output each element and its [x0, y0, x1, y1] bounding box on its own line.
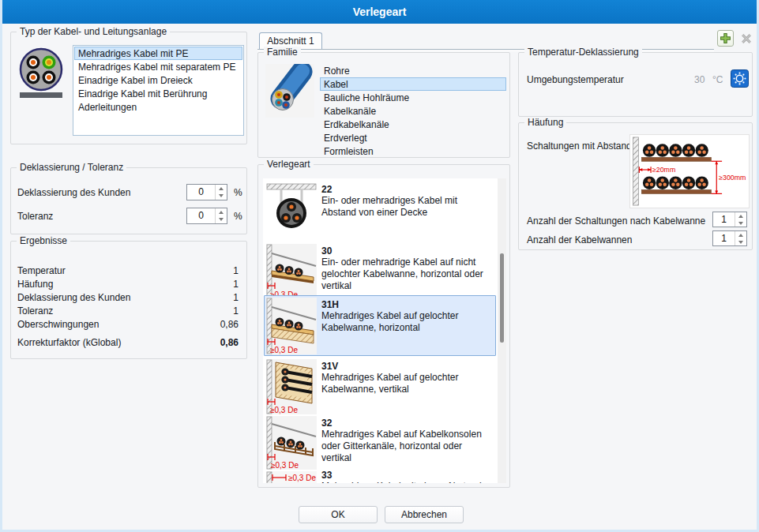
toleranz-spinner: 0 — [186, 208, 227, 224]
list-item-familie[interactable]: Erdkabelkanäle — [320, 118, 506, 131]
anzahl-schaltungen-spinner: 1 — [712, 212, 747, 227]
list-item-familie[interactable]: Kabelkanäle — [320, 104, 506, 118]
verlegeart-item-33[interactable]: ≥0,3 De 33 Mehradriges Kabel mit einem A… — [265, 470, 494, 483]
result-value: 1 — [233, 305, 239, 317]
result-value: 1 — [233, 265, 239, 276]
verlegeart-code: 22 — [321, 184, 492, 195]
verlegeart-scrollbar[interactable] — [498, 178, 506, 483]
anzahl-kabelwannen-value[interactable]: 1 — [713, 231, 735, 245]
cable-cross-section-icon — [17, 47, 66, 100]
verlegeart-code: 33 — [321, 470, 492, 481]
dimension-label: ≥0,3 De — [271, 461, 299, 470]
cable-type-group-title: Typ der Kabel- und Leitungsanlage — [17, 26, 170, 37]
anzahl-kabelwannen-label: Anzahl der Kabelwannen — [527, 234, 632, 245]
deklassierung-kunde-label: Deklassierung des Kunden — [17, 187, 130, 198]
cable-type-group: Typ der Kabel- und Leitungsanlage Mehrad… — [10, 32, 247, 144]
temperature-value: 30 — [694, 74, 705, 85]
toleranz-label: Toleranz — [17, 211, 53, 222]
verlegeart-item-32[interactable]: ≥0,3 De 32 Mehradriges Kabel auf Kabelko… — [265, 414, 494, 470]
percent-unit: % — [234, 187, 242, 198]
spinner-up-button[interactable] — [735, 231, 746, 238]
verlegeart-list: 22 Ein- oder mehradriges Kabel mit Absta… — [263, 178, 506, 483]
spinner-up-button[interactable] — [735, 212, 746, 219]
list-item-cable-type[interactable]: Mehradriges Kabel mit separatem PE — [74, 60, 242, 73]
result-row-kglobal: Korrekturfaktor (kGlobal) 0,86 — [17, 337, 239, 348]
tray-perforated-vertical-icon: ≥0,3 De — [266, 359, 317, 414]
verlegeart-item-22[interactable]: 22 Ein- oder mehradriges Kabel mit Absta… — [265, 181, 494, 241]
deklassierung-kunde-spinner: 0 — [186, 184, 227, 200]
spinner-up-button[interactable] — [216, 208, 227, 216]
wall-spacing-icon: ≥0,3 De — [266, 471, 317, 483]
list-item-familie[interactable]: Kabel — [320, 77, 506, 91]
result-row: Oberschwingungen 0,86 — [17, 319, 239, 330]
familie-group: Familie Rohre Kabel Bauliche Hohlräume K… — [257, 52, 510, 158]
result-value: 0,86 — [220, 319, 239, 330]
spinner-down-button[interactable] — [216, 216, 227, 224]
list-item-familie[interactable]: Bauliche Hohlräume — [320, 91, 506, 104]
spinner-up-button[interactable] — [216, 185, 227, 193]
list-item-cable-type[interactable]: Mehradriges Kabel mit PE — [74, 47, 242, 60]
result-row: Toleranz 1 — [17, 305, 239, 317]
scrollbar-thumb[interactable] — [500, 253, 504, 343]
ok-button[interactable]: OK — [299, 506, 378, 523]
list-item-cable-type[interactable]: Einadrige Kabel mit Berührung — [74, 87, 242, 100]
verlegeart-item-31v[interactable]: ≥0,3 De 31V Mehradriges Kabel auf geloch… — [265, 358, 494, 414]
haeufung-group: Häufung Schaltungen mit Abstand — [518, 122, 753, 250]
verlegeart-code: 32 — [321, 418, 492, 429]
verlegeart-item-31h-selected[interactable]: ≥0,3 De 31H Mehradriges Kabel auf geloch… — [264, 295, 496, 356]
dim-20mm-label: ≥20mm — [652, 166, 675, 174]
list-item-cable-type[interactable]: Aderleitungen — [74, 100, 242, 114]
list-item-familie[interactable]: Formleisten — [320, 144, 506, 158]
result-row: Temperatur 1 — [17, 265, 239, 276]
list-item-familie[interactable]: Rohre — [320, 64, 506, 77]
tray-perforated-horizontal-icon: ≥0,3 De — [266, 298, 317, 354]
cable-ladder-icon: ≥0,3 De — [266, 416, 317, 470]
temperatur-group: Temperatur-Deklassierung Umgebungstemper… — [518, 52, 753, 117]
title-bar: Verlegeart — [2, 0, 757, 24]
remove-section-button[interactable] — [738, 30, 754, 47]
spinner-down-button[interactable] — [216, 193, 227, 200]
anzahl-kabelwannen-spinner: 1 — [712, 230, 747, 246]
result-value: 1 — [233, 279, 239, 290]
list-item-familie[interactable]: Erdverlegt — [320, 131, 506, 144]
result-label: Temperatur — [17, 265, 66, 276]
deklassierung-group: Deklassierung / Toleranz Deklassierung d… — [10, 167, 247, 234]
toleranz-value[interactable]: 0 — [187, 208, 215, 223]
anzahl-schaltungen-value[interactable]: 1 — [713, 212, 735, 227]
plus-icon — [719, 32, 732, 45]
cable-spacing-diagram: ≥20mm ≥300mm — [629, 134, 750, 208]
result-value: 1 — [233, 292, 239, 303]
tab-strip-line — [257, 49, 714, 51]
spinner-down-button[interactable] — [735, 219, 746, 227]
verlegeart-item-30[interactable]: ≥0,3 De 30 Ein- oder mehradrige Kabel au… — [265, 242, 494, 302]
ergebnisse-group: Ergebnisse Temperatur 1 Häufung 1 Deklas… — [10, 241, 247, 359]
add-section-button[interactable] — [717, 30, 734, 47]
verlegeart-description: Ein- oder mehradriges Kabel mit Abstand … — [321, 195, 492, 219]
close-icon — [740, 32, 753, 45]
spinner-down-button[interactable] — [735, 238, 746, 245]
verlegeart-dialog: Verlegeart Typ der Kabel- und Leitungsan… — [0, 0, 759, 532]
schaltungen-mit-abstand-label: Schaltungen mit Abstand — [527, 140, 632, 152]
umgebungstemperatur-label: Umgebungstemperatur — [527, 74, 624, 85]
cancel-button[interactable]: Abbrechen — [385, 506, 464, 523]
result-label: Oberschwingungen — [17, 319, 99, 330]
result-row: Häufung 1 — [17, 279, 239, 290]
deklassierung-kunde-value[interactable]: 0 — [187, 185, 215, 200]
verlegeart-group-title: Verlegeart — [264, 159, 314, 170]
list-item-cable-type[interactable]: Einadrige Kabel im Dreieck — [74, 73, 242, 87]
ceiling-cable-icon — [266, 182, 317, 241]
temperature-settings-button[interactable] — [731, 69, 749, 91]
result-label: Deklassierung des Kunden — [17, 292, 130, 303]
cable-row-top — [641, 144, 711, 161]
familie-group-title: Familie — [264, 47, 301, 58]
dialog-title: Verlegeart — [2, 0, 757, 24]
result-row: Deklassierung des Kunden 1 — [17, 292, 239, 303]
tray-unperforated-icon: ≥0,3 De — [266, 244, 317, 301]
verlegeart-description: Mehradriges Kabel auf gelochter Kabelwan… — [321, 372, 492, 395]
verlegeart-group: Verlegeart 22 Ein- oder mehradriges Kabe… — [257, 164, 510, 488]
result-label: Häufung — [17, 279, 53, 290]
verlegeart-code: 31V — [321, 361, 492, 372]
verlegeart-description: Mehradriges Kabel auf gelochter Kabelwan… — [321, 310, 492, 334]
deklassierung-group-title: Deklassierung / Toleranz — [17, 162, 126, 173]
anzahl-schaltungen-label: Anzahl der Schaltungen nach Kabelwanne — [527, 215, 705, 227]
